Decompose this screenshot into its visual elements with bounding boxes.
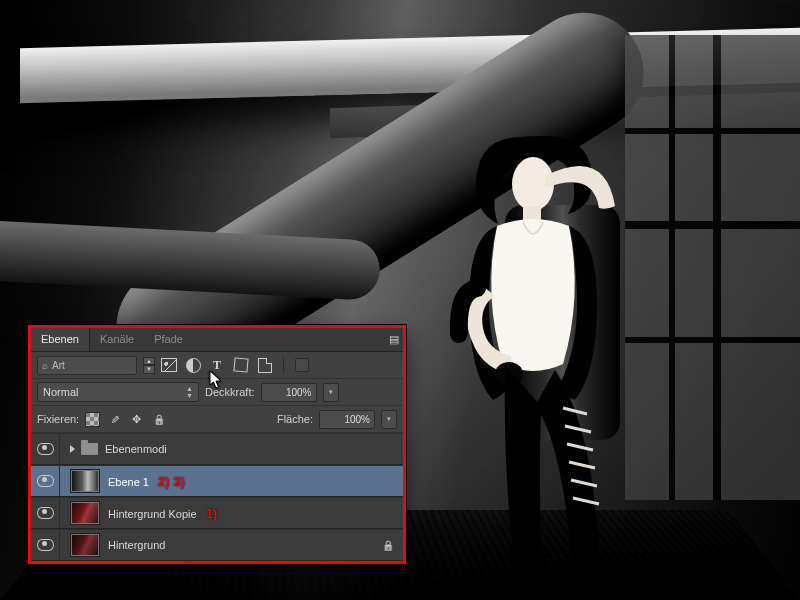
filter-color-swatch-icon[interactable]: [294, 358, 310, 372]
stepper-icon[interactable]: ▲▼: [143, 357, 155, 374]
tab-paths[interactable]: Pfade: [144, 328, 193, 351]
panel-menu-icon[interactable]: ▤: [385, 333, 403, 346]
lock-pixels-icon[interactable]: [107, 412, 122, 426]
lock-position-icon[interactable]: [129, 412, 144, 426]
filter-type-icon[interactable]: [209, 358, 225, 372]
lock-indicator-icon: [381, 540, 395, 551]
fill-label: Fläche:: [277, 413, 313, 425]
opacity-label: Deckkraft:: [205, 386, 255, 398]
lock-transparency-icon[interactable]: [85, 412, 100, 426]
annotation-marker: 2) 3): [158, 474, 185, 489]
visibility-toggle[interactable]: [31, 530, 60, 560]
blend-opacity-row: Normal ▲▼ Deckkraft: 100% ▾: [31, 379, 403, 406]
layer-list: Ebenenmodi Ebene 1 2) 3) Hintergrund Kop…: [31, 433, 403, 561]
layer-filter-row: ⌕ Art ▲▼: [31, 352, 403, 379]
layer-name[interactable]: Ebenenmodi: [105, 443, 395, 455]
layer-row[interactable]: Ebene 1 2) 3): [31, 465, 403, 497]
layer-filter-icons: [161, 357, 310, 373]
visibility-eye-icon: [37, 475, 54, 487]
filter-pixel-icon[interactable]: [161, 358, 177, 372]
filter-smart-icon[interactable]: [257, 358, 273, 372]
layer-name-text: Hintergrund Kopie: [108, 508, 197, 520]
tab-layers[interactable]: Ebenen: [31, 328, 90, 351]
layer-row[interactable]: Hintergrund: [31, 529, 403, 561]
svg-line-6: [569, 462, 595, 468]
panel-tabs: Ebenen Kanäle Pfade ▤: [31, 328, 403, 352]
visibility-toggle[interactable]: [31, 434, 60, 464]
layers-panel: Ebenen Kanäle Pfade ▤ ⌕ Art ▲▼ Normal ▲▼…: [28, 325, 406, 564]
layer-row[interactable]: Hintergrund Kopie 1): [31, 497, 403, 529]
layer-filter-search[interactable]: ⌕ Art: [37, 356, 137, 375]
lock-icons: [85, 412, 166, 426]
layer-thumbnail[interactable]: [70, 501, 100, 525]
filter-separator: [283, 357, 284, 373]
visibility-toggle[interactable]: [31, 466, 60, 496]
photo-barrel: [505, 205, 620, 440]
fill-slider-toggle[interactable]: ▾: [381, 410, 397, 429]
blend-mode-select[interactable]: Normal ▲▼: [37, 382, 199, 402]
disclosure-triangle-icon[interactable]: [70, 445, 75, 453]
search-icon: ⌕: [42, 360, 48, 371]
svg-line-7: [571, 480, 597, 486]
svg-line-5: [567, 444, 593, 450]
layer-thumbnail[interactable]: [70, 469, 100, 493]
layer-filter-search-text: Art: [52, 360, 65, 371]
filter-shape-icon[interactable]: [233, 358, 249, 372]
visibility-eye-icon: [37, 507, 54, 519]
opacity-input[interactable]: 100%: [261, 383, 317, 402]
folder-icon: [81, 443, 98, 455]
lock-fill-row: Fixieren: Fläche: 100% ▾: [31, 406, 403, 433]
visibility-toggle[interactable]: [31, 498, 60, 528]
visibility-eye-icon: [37, 443, 54, 455]
visibility-eye-icon: [37, 539, 54, 551]
blend-mode-value: Normal: [43, 386, 78, 398]
layer-name[interactable]: Ebene 1 2) 3): [108, 474, 395, 489]
filter-adjust-icon[interactable]: [185, 358, 201, 372]
layer-name-text: Ebene 1: [108, 476, 149, 488]
fill-input[interactable]: 100%: [319, 410, 375, 429]
annotation-marker: 1): [206, 506, 218, 521]
tab-channels[interactable]: Kanäle: [90, 328, 144, 351]
layer-thumbnail[interactable]: [70, 533, 100, 557]
lock-label: Fixieren:: [37, 413, 79, 425]
layer-group-row[interactable]: Ebenenmodi: [31, 433, 403, 465]
lock-all-icon[interactable]: [151, 412, 166, 426]
opacity-slider-toggle[interactable]: ▾: [323, 383, 339, 402]
dropdown-arrows-icon: ▲▼: [186, 385, 193, 399]
layer-name[interactable]: Hintergrund Kopie 1): [108, 506, 395, 521]
photo-window: [625, 35, 800, 500]
svg-line-8: [573, 498, 599, 504]
layer-name[interactable]: Hintergrund: [108, 539, 381, 551]
